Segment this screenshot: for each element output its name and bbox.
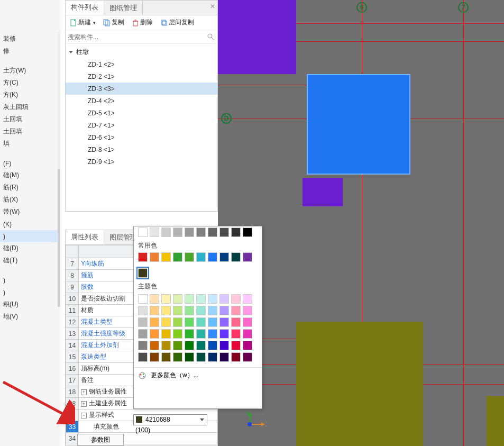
- layer-copy-button[interactable]: 层间复制: [158, 17, 196, 28]
- color-swatch[interactable]: [138, 294, 148, 304]
- color-swatch[interactable]: [208, 227, 217, 237]
- color-swatch[interactable]: [208, 317, 217, 327]
- more-colors-button[interactable]: 更多颜色（w）...: [134, 367, 262, 383]
- color-swatch[interactable]: [196, 317, 206, 327]
- sidebar-item[interactable]: 地(V): [0, 311, 60, 323]
- color-swatch[interactable]: [173, 294, 182, 304]
- tree-item[interactable]: ZD-5 <1>: [66, 107, 217, 119]
- selected-color-swatch[interactable]: [138, 268, 148, 278]
- close-icon[interactable]: ✕: [210, 3, 215, 10]
- tab-property-list[interactable]: 属性列表: [66, 230, 104, 244]
- tree-item-selected[interactable]: ZD-3 <3>: [66, 83, 217, 95]
- color-swatch[interactable]: [138, 252, 148, 262]
- color-swatch[interactable]: [173, 306, 182, 315]
- color-swatch[interactable]: [219, 352, 229, 362]
- color-swatch[interactable]: [150, 329, 159, 339]
- sidebar-item[interactable]: 装修: [0, 33, 60, 45]
- color-swatch[interactable]: [138, 227, 148, 237]
- color-swatch[interactable]: [243, 227, 252, 237]
- color-swatch[interactable]: [150, 306, 159, 315]
- color-swatch[interactable]: [138, 329, 148, 339]
- foundation-block[interactable]: [218, 0, 296, 74]
- color-swatch[interactable]: [219, 227, 229, 237]
- color-swatch[interactable]: [185, 306, 194, 315]
- sidebar-item[interactable]: 础(M): [0, 169, 60, 181]
- color-swatch[interactable]: [173, 252, 182, 262]
- color-swatch[interactable]: [208, 341, 217, 350]
- sidebar-item[interactable]: 土回填: [0, 113, 60, 125]
- color-swatch[interactable]: [185, 329, 194, 339]
- color-swatch[interactable]: [243, 317, 252, 327]
- color-swatch[interactable]: [196, 306, 206, 315]
- color-swatch[interactable]: [196, 352, 206, 362]
- color-swatch[interactable]: [243, 252, 252, 262]
- foundation-block[interactable]: [296, 322, 423, 446]
- color-swatch[interactable]: [219, 329, 229, 339]
- foundation-block[interactable]: [487, 396, 504, 446]
- color-swatch[interactable]: [231, 227, 241, 237]
- color-swatch[interactable]: [208, 306, 217, 315]
- sidebar-item[interactable]: 础(D): [0, 242, 60, 254]
- copy-button[interactable]: 复制: [101, 17, 126, 28]
- sidebar-item[interactable]: (F): [0, 157, 60, 169]
- sidebar-item[interactable]: ): [0, 274, 60, 286]
- color-swatch[interactable]: [150, 352, 159, 362]
- color-swatch[interactable]: [185, 227, 194, 237]
- color-swatch[interactable]: [185, 341, 194, 350]
- color-swatch[interactable]: [161, 227, 171, 237]
- color-swatch[interactable]: [185, 294, 194, 304]
- color-swatch[interactable]: [138, 317, 148, 327]
- color-swatch[interactable]: [150, 252, 159, 262]
- color-swatch[interactable]: [161, 252, 171, 262]
- new-button[interactable]: 新建▾: [68, 17, 98, 28]
- expand-icon[interactable]: +: [81, 389, 87, 395]
- color-swatch[interactable]: [173, 341, 182, 350]
- sidebar-item-selected[interactable]: ): [0, 230, 60, 242]
- expand-icon[interactable]: +: [81, 401, 87, 407]
- color-swatch[interactable]: [219, 306, 229, 315]
- color-swatch[interactable]: [138, 341, 148, 350]
- color-swatch[interactable]: [161, 329, 171, 339]
- foundation-block-selected[interactable]: [307, 74, 410, 175]
- color-swatch[interactable]: [231, 329, 241, 339]
- sidebar-item[interactable]: 带(W): [0, 206, 60, 218]
- tree-root[interactable]: 柱墩: [66, 46, 217, 58]
- color-swatch[interactable]: [196, 227, 206, 237]
- fill-color-input[interactable]: 4210688: [133, 414, 207, 425]
- sidebar-item[interactable]: 灰土回填: [0, 101, 60, 113]
- color-swatch[interactable]: [138, 352, 148, 362]
- color-swatch[interactable]: [231, 306, 241, 315]
- sidebar-item[interactable]: ): [0, 286, 60, 298]
- color-swatch[interactable]: [173, 352, 182, 362]
- tree-item[interactable]: ZD-4 <2>: [66, 95, 217, 107]
- sidebar-item[interactable]: 方(C): [0, 77, 60, 89]
- collapse-icon[interactable]: -: [81, 413, 87, 418]
- tree-item[interactable]: ZD-8 <1>: [66, 143, 217, 156]
- color-swatch[interactable]: [161, 306, 171, 315]
- sidebar-item[interactable]: 填: [0, 138, 60, 150]
- sidebar-item[interactable]: 土回填: [0, 125, 60, 138]
- color-swatch[interactable]: [219, 317, 229, 327]
- color-swatch[interactable]: [219, 341, 229, 350]
- tree-item[interactable]: ZD-9 <1>: [66, 156, 217, 168]
- sidebar-item[interactable]: 土方(W): [0, 65, 60, 77]
- color-swatch[interactable]: [231, 317, 241, 327]
- tab-component-list[interactable]: 构件列表: [66, 1, 104, 15]
- color-swatch[interactable]: [243, 329, 252, 339]
- sidebar-item[interactable]: 修: [0, 45, 60, 57]
- color-swatch[interactable]: [231, 252, 241, 262]
- color-swatch[interactable]: [243, 341, 252, 350]
- color-swatch[interactable]: [161, 341, 171, 350]
- color-swatch[interactable]: [150, 317, 159, 327]
- search-input[interactable]: [68, 33, 207, 41]
- tab-drawing-manage[interactable]: 图纸管理: [104, 1, 143, 15]
- sidebar-item[interactable]: 础(T): [0, 254, 60, 267]
- color-swatch[interactable]: [185, 252, 194, 262]
- dropdown-icon[interactable]: [198, 416, 206, 423]
- color-swatch[interactable]: [208, 352, 217, 362]
- color-swatch[interactable]: [138, 306, 148, 315]
- color-swatch[interactable]: [231, 294, 241, 304]
- color-swatch[interactable]: [208, 329, 217, 339]
- color-swatch[interactable]: [173, 227, 182, 237]
- tree-item[interactable]: ZD-6 <1>: [66, 131, 217, 143]
